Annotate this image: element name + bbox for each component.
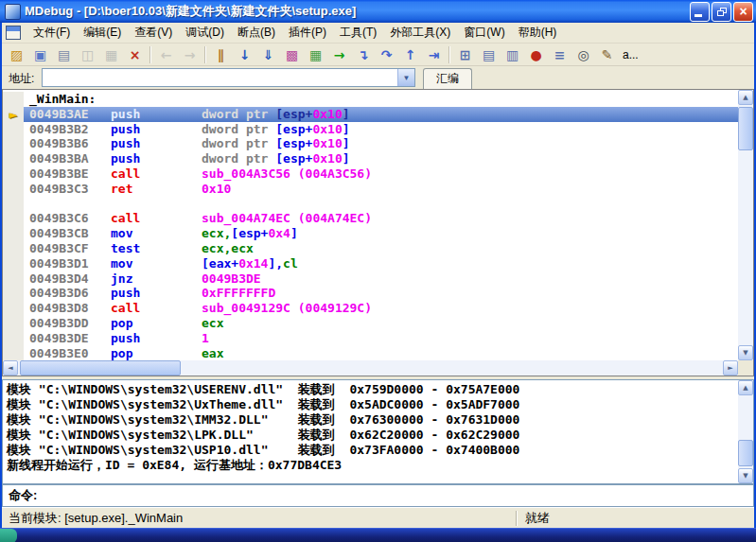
disasm-row[interactable]: 0049B3DEpush1	[3, 331, 738, 346]
mnemonic: push	[111, 331, 202, 346]
disasm-row[interactable]: 0049B3DDpopecx	[3, 316, 738, 331]
back-icon[interactable]: ←	[154, 44, 178, 65]
search-icon[interactable]: ◎	[571, 44, 595, 65]
tab-assembly[interactable]: 汇编	[423, 68, 472, 89]
instruction-address: 0049B3DE	[29, 331, 111, 346]
pause-icon[interactable]: ∥	[209, 44, 233, 65]
address-bar: 地址: ▼ 汇编	[2, 66, 754, 89]
mnemonic: mov	[111, 226, 202, 241]
disassembly-hscrollbar[interactable]: ◄ ►	[3, 360, 738, 376]
scroll-left-button[interactable]: ◄	[3, 360, 18, 376]
mnemonic: push	[111, 107, 202, 122]
font-label[interactable]: a...	[623, 48, 639, 61]
scroll-down-button[interactable]: ▼	[738, 345, 753, 360]
menu-item-8[interactable]: 窗口(W)	[457, 22, 511, 44]
operands: [eax+0x14],cl	[202, 256, 298, 271]
function-label-row[interactable]: _WinMain:	[3, 92, 738, 107]
operands: sub_004A74EC (004A74EC)	[202, 211, 372, 225]
registers-icon[interactable]: ⊞	[453, 44, 477, 65]
disasm-row[interactable]: 0049B3B6pushdword ptr [esp+0x10]	[3, 136, 738, 151]
restore-button[interactable]	[712, 2, 731, 22]
row-gutter	[3, 271, 24, 287]
menu-item-2[interactable]: 查看(V)	[128, 22, 179, 44]
log-line: 新线程开始运行，ID = 0xE84, 运行基地址：0x77DB4CE3	[7, 458, 734, 473]
log-scroll-down-button[interactable]: ▼	[738, 468, 753, 483]
log-view-icon[interactable]: ≡	[548, 44, 571, 65]
disasm-row[interactable]: 0049B3D6push0xFFFFFFFD	[3, 286, 738, 301]
instruction-address: 0049B3CF	[29, 241, 111, 256]
windows-list-icon[interactable]: ◫	[76, 44, 99, 65]
disasm-row[interactable]: 0049B3E0popeax	[3, 346, 738, 360]
hscroll-thumb[interactable]	[20, 360, 181, 376]
windows-taskbar[interactable]	[0, 528, 756, 542]
scrollbar-corner	[738, 360, 753, 376]
menu-item-9[interactable]: 帮助(H)	[512, 22, 564, 44]
menu-item-6[interactable]: 工具(T)	[333, 22, 383, 44]
disasm-row[interactable]: 0049B3BEcallsub_004A3C56 (004A3C56)	[3, 166, 738, 182]
disasm-row[interactable]: 0049B3C3ret0x10	[3, 182, 738, 197]
run-icon[interactable]: →	[327, 44, 351, 65]
row-gutter	[3, 226, 24, 241]
address-input[interactable]	[43, 69, 397, 86]
step-into-icon[interactable]: ↓	[233, 44, 256, 65]
run-to-cursor-icon[interactable]: ⇥	[422, 44, 446, 65]
row-gutter: ►	[3, 107, 24, 122]
command-input[interactable]	[43, 488, 753, 504]
menu-item-0[interactable]: 文件(F)	[26, 22, 77, 44]
address-dropdown-button[interactable]: ▼	[397, 69, 414, 86]
close-file-icon[interactable]: ×	[123, 44, 147, 65]
restart-icon[interactable]: ▣	[28, 44, 52, 65]
menu-item-4[interactable]: 断点(B)	[231, 22, 282, 44]
step-out-icon[interactable]: ↑	[398, 44, 422, 65]
minimize-button[interactable]	[690, 2, 710, 22]
disasm-row[interactable]: ►0049B3AEpushdword ptr [esp+0x10]	[3, 107, 738, 122]
operands: ecx,ecx	[202, 241, 254, 255]
step-over-icon[interactable]: ⇓	[256, 44, 280, 65]
disasm-row[interactable]: 0049B3C6callsub_004A74EC (004A74EC)	[3, 211, 738, 226]
menu-item-3[interactable]: 调试(D)	[179, 22, 231, 44]
trace-into-icon[interactable]: ↴	[351, 44, 375, 65]
disasm-row[interactable]: 0049B3B2pushdword ptr [esp+0x10]	[3, 122, 738, 137]
menu-item-7[interactable]: 外部工具(X)	[383, 22, 457, 44]
open-file-icon[interactable]: ▨	[5, 44, 28, 65]
breakpoints-icon[interactable]: ●	[524, 44, 548, 65]
document-icon[interactable]	[6, 26, 21, 40]
memory-icon[interactable]: ▤	[477, 44, 501, 65]
disasm-row[interactable]: 0049B3CFtestecx,ecx	[3, 241, 738, 256]
log-vscrollbar[interactable]: ▲ ▼	[738, 380, 753, 483]
scroll-up-button[interactable]: ▲	[738, 90, 753, 105]
log-scroll-up-button[interactable]: ▲	[738, 380, 753, 395]
stack-icon[interactable]: ▥	[501, 44, 524, 65]
disasm-row[interactable]: 0049B3D8callsub_0049129C (0049129C)	[3, 301, 738, 316]
vscroll-thumb[interactable]	[738, 107, 753, 150]
tile-windows-icon[interactable]: ▦	[99, 44, 123, 65]
edit-icon[interactable]: ✎	[595, 44, 619, 65]
modules-icon[interactable]: ▦	[304, 44, 327, 65]
disasm-row[interactable]: 0049B3D4jnz0049B3DE	[3, 271, 738, 287]
disassembly-vscrollbar[interactable]: ▲ ▼	[738, 90, 753, 360]
scroll-right-button[interactable]: ►	[723, 360, 738, 376]
mnemonic: call	[111, 301, 202, 316]
start-button-fragment[interactable]	[0, 529, 17, 542]
close-button[interactable]: ×	[733, 2, 753, 22]
command-label: 命令:	[9, 487, 37, 504]
log-panel: 模块 "C:\WINDOWS\system32\USERENV.dll" 装载到…	[2, 379, 754, 484]
row-gutter	[3, 151, 24, 166]
log-vscroll-thumb[interactable]	[738, 440, 753, 466]
disasm-row[interactable]: 0049B3BApushdword ptr [esp+0x10]	[3, 151, 738, 166]
forward-icon[interactable]: →	[178, 44, 202, 65]
operands: ecx,[esp+0x4]	[202, 226, 298, 240]
menu-item-5[interactable]: 插件(P)	[282, 22, 333, 44]
scroll-up-icon: ▲	[743, 384, 747, 392]
trace-over-icon[interactable]: ↷	[375, 44, 398, 65]
disasm-row[interactable]: 0049B3CBmovecx,[esp+0x4]	[3, 226, 738, 241]
menu-item-1[interactable]: 编辑(E)	[77, 22, 128, 44]
title-bar[interactable]: MDebug - [D:\boer10.03\新建文件夹\新建文件夹\setup…	[0, 0, 756, 23]
address-combobox[interactable]: ▼	[42, 68, 415, 87]
log-lines: 模块 "C:\WINDOWS\system32\USERENV.dll" 装载到…	[3, 380, 738, 483]
tab-assembly-label: 汇编	[436, 71, 459, 87]
disasm-row[interactable]: 0049B3D1mov[eax+0x14],cl	[3, 256, 738, 271]
dump-icon[interactable]: ▩	[280, 44, 304, 65]
operands: dword ptr [esp+0x10]	[202, 122, 350, 136]
save-icon[interactable]: ▤	[52, 44, 76, 65]
